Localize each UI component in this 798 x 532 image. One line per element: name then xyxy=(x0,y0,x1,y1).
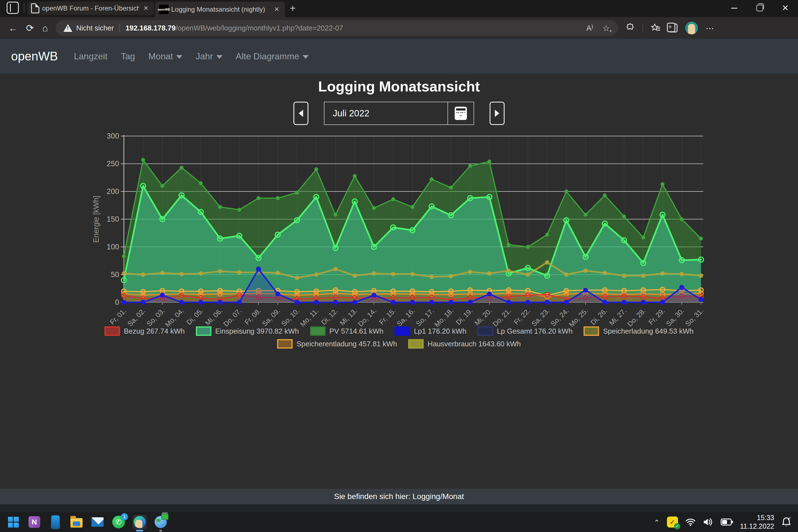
svg-text:Sa, 02.: Sa, 02. xyxy=(126,307,147,327)
legend-item-hausverbrauch[interactable]: Hausverbrauch 1643.60 kWh xyxy=(408,339,521,348)
battery-icon[interactable] xyxy=(721,518,733,526)
nav-item-jahr[interactable]: Jahr xyxy=(196,51,222,61)
brand-logo[interactable]: openWB xyxy=(11,49,58,63)
legend-item-speicherentladung[interactable]: Speicherentladung 457.81 kWh xyxy=(277,339,397,348)
legend-label: Hausverbrauch 1643.60 kWh xyxy=(428,340,521,348)
svg-text:Sa, 09.: Sa, 09. xyxy=(261,307,282,327)
svg-text:Mo, 25.: Mo, 25. xyxy=(568,307,589,327)
browser-tab-bar: openWB Forum - Foren-Übersich ✕ openWB L… xyxy=(0,0,798,17)
svg-text:So, 10.: So, 10. xyxy=(280,307,301,327)
phone-link-icon[interactable] xyxy=(48,515,63,529)
svg-text:Fr, 01.: Fr, 01. xyxy=(108,307,128,326)
legend-item-lp1[interactable]: Lp1 176.20 kWh xyxy=(395,326,466,336)
legend-label: Lp Gesamt 176.20 kWh xyxy=(497,327,572,336)
url-host: 192.168.178.79 xyxy=(126,24,176,33)
tray-expand-icon[interactable]: ⌃ xyxy=(654,518,660,527)
svg-text:So, 17.: So, 17. xyxy=(415,307,436,327)
extensions-icon[interactable] xyxy=(625,23,635,33)
not-secure-warning-icon[interactable] xyxy=(63,24,72,32)
home-icon[interactable]: ⌂ xyxy=(42,23,48,34)
svg-text:Fr, 15.: Fr, 15. xyxy=(378,307,397,326)
back-icon[interactable]: ← xyxy=(8,23,18,34)
svg-text:Energie [kWh]: Energie [kWh] xyxy=(92,196,100,243)
legend-color-swatch xyxy=(196,326,211,336)
file-explorer-icon[interactable] xyxy=(69,515,84,529)
previous-month-button[interactable] xyxy=(293,102,308,125)
legend-item-pv[interactable]: PV 5714.61 kWh xyxy=(310,326,383,336)
legend-item-lp-gesamt[interactable]: Lp Gesamt 176.20 kWh xyxy=(477,326,572,336)
nav-item-alte-diagramme[interactable]: Alte Diagramme xyxy=(236,51,309,61)
svg-text:200: 200 xyxy=(107,187,119,196)
svg-text:So, 24.: So, 24. xyxy=(549,307,570,327)
legend-color-swatch xyxy=(277,339,292,348)
next-month-button[interactable] xyxy=(490,102,505,125)
breadcrumb-bar: Sie befinden sich hier: Logging/Monat xyxy=(0,489,798,504)
legend-item-speicherladung[interactable]: Speicherladung 649.53 kWh xyxy=(584,326,694,336)
close-button[interactable]: ✕ xyxy=(773,0,798,16)
nav-item-tag[interactable]: Tag xyxy=(121,51,135,61)
open-app-indicator xyxy=(159,530,162,531)
favorites-icon[interactable] xyxy=(651,23,661,33)
edge-icon[interactable] xyxy=(132,515,147,529)
close-tab-icon[interactable]: ✕ xyxy=(273,6,281,13)
onenote-icon[interactable]: N xyxy=(27,515,41,529)
calendar-button[interactable] xyxy=(448,102,474,125)
svg-text:Fr, 08.: Fr, 08. xyxy=(243,307,262,326)
legend-color-swatch xyxy=(408,339,424,348)
chevron-left-icon xyxy=(299,110,303,117)
browser-tab-logging[interactable]: openWB Logging Monatsansicht (nightly) ✕ xyxy=(155,2,285,17)
energy-month-chart: 050100150200250300Fr, 01.Sa, 02.So, 03.M… xyxy=(89,128,712,327)
svg-text:Do, 07.: Do, 07. xyxy=(222,307,243,327)
url-divider xyxy=(119,24,120,32)
openwb-favicon: openWB xyxy=(159,5,169,14)
profile-avatar[interactable] xyxy=(685,22,698,34)
nav-item-monat[interactable]: Monat xyxy=(148,51,182,61)
minimize-button[interactable] xyxy=(722,0,747,16)
month-input[interactable] xyxy=(324,102,448,125)
security-label: Nicht sicher xyxy=(76,24,114,33)
legend-label: Speicherentladung 457.81 kWh xyxy=(297,340,397,348)
new-tab-button[interactable]: + xyxy=(290,3,296,13)
nav-item-langzeit[interactable]: Langzeit xyxy=(74,51,108,61)
svg-text:Fr, 22.: Fr, 22. xyxy=(512,307,532,326)
legend-color-swatch xyxy=(310,326,326,336)
read-aloud-icon[interactable]: A) xyxy=(586,23,593,33)
close-tab-icon[interactable]: ✕ xyxy=(142,5,150,12)
legend-color-swatch xyxy=(584,326,599,336)
window-controls: ✕ xyxy=(722,0,798,16)
svg-text:Mi, 27.: Mi, 27. xyxy=(608,307,628,327)
tab-actions-menu-icon[interactable] xyxy=(7,2,19,14)
restore-button[interactable] xyxy=(747,0,773,16)
page-title: Logging Monatsansicht xyxy=(0,78,798,95)
whatsapp-icon[interactable]: ✆ 1 xyxy=(111,515,126,529)
wifi-icon[interactable] xyxy=(685,518,696,526)
collections-icon[interactable] xyxy=(669,23,678,33)
address-bar[interactable]: Nicht sicher 192.168.178.79 /openWB/web/… xyxy=(56,20,618,36)
legend-item-einspeisung[interactable]: Einspeisung 3970.82 kWh xyxy=(196,326,299,336)
notification-bell-icon[interactable]: z z xyxy=(781,516,791,528)
svg-text:Mo, 11.: Mo, 11. xyxy=(299,307,320,327)
browser-tab-forum[interactable]: openWB Forum - Foren-Übersich ✕ xyxy=(27,2,154,15)
chevron-down-icon xyxy=(176,55,182,59)
secure-browser-icon[interactable] xyxy=(153,515,168,529)
refresh-icon[interactable]: ⟳ xyxy=(26,22,34,34)
svg-text:0: 0 xyxy=(115,298,119,306)
add-favorite-icon[interactable]: ☆+ xyxy=(602,23,610,33)
antivirus-tray-icon[interactable]: ✓ xyxy=(667,516,678,528)
svg-text:Do, 28.: Do, 28. xyxy=(626,307,647,327)
mail-icon[interactable] xyxy=(90,515,105,529)
svg-text:So, 03.: So, 03. xyxy=(145,307,166,327)
active-app-indicator xyxy=(136,530,143,531)
settings-menu-icon[interactable]: ⋯ xyxy=(706,23,715,33)
svg-text:150: 150 xyxy=(107,215,119,223)
volume-icon[interactable] xyxy=(703,518,714,526)
svg-text:Mi, 13.: Mi, 13. xyxy=(338,307,359,327)
openwb-navbar: openWB Langzeit Tag Monat Jahr Alte Diag… xyxy=(0,39,798,74)
legend-item-bezug[interactable]: Bezug 267.74 kWh xyxy=(104,326,185,336)
start-button[interactable] xyxy=(6,515,20,529)
system-tray: ⌃ ✓ 15:33 11.12.2022 z z xyxy=(654,513,791,531)
chart-legend-row2: Speicherentladung 457.81 kWhHausverbrauc… xyxy=(0,339,798,348)
clock[interactable]: 15:33 11.12.2022 xyxy=(740,513,774,531)
whatsapp-badge: 1 xyxy=(121,513,128,520)
windows-taskbar: N ✆ 1 ⌃ ✓ 15:33 11.12.2022 xyxy=(0,512,798,532)
